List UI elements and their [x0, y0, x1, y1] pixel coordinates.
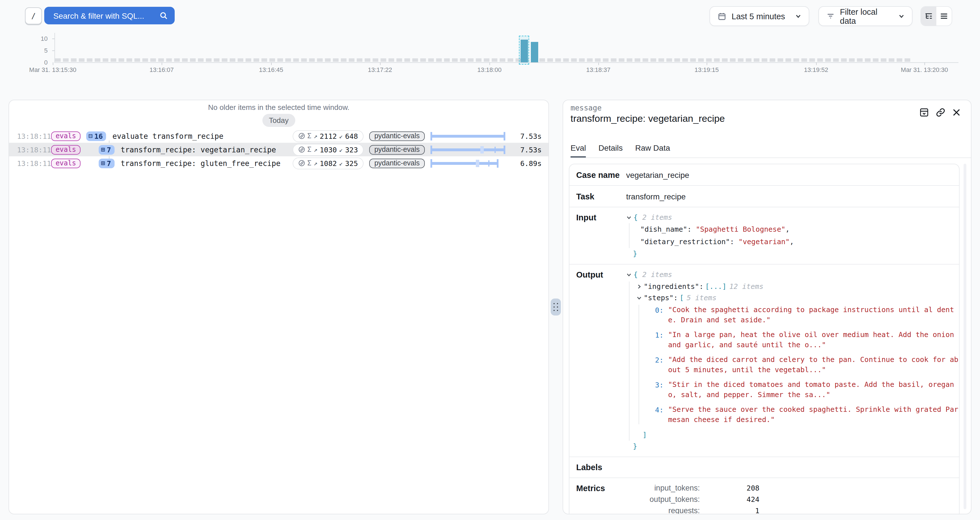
x-axis-tick: 13:18:00	[450, 66, 529, 73]
array-index: 4:	[651, 404, 663, 416]
input-json-viewer[interactable]: { 2 items "dish_name": "Spaghetti Bologn…	[626, 212, 794, 260]
output-tokens-arrow-icon: ↙	[339, 132, 343, 140]
source-tag: pydantic-evals	[369, 131, 425, 141]
step-item: 4: "Serve the sauce over the cooked spag…	[651, 404, 969, 424]
span-count-badge[interactable]: ⊟ 16	[86, 131, 107, 141]
trace-row[interactable]: 13:18:11 evals ⊞ 7 transform_recipe: veg…	[9, 143, 549, 156]
duration-bar	[430, 159, 505, 167]
span-title: transform_recipe: vegetarian_recipe	[121, 145, 276, 154]
row-timestamp: 13:18:11	[17, 159, 44, 167]
service-tag: evals	[51, 159, 81, 168]
step-item: 0: "Cook the spaghetti according to pack…	[651, 305, 969, 325]
expand-children-icon: ⊞	[101, 146, 105, 154]
case-name-label: Case name	[576, 170, 626, 179]
histogram-bar[interactable]	[520, 40, 528, 62]
keyboard-shortcut-key: /	[25, 7, 42, 24]
step-text: "Serve the sauce over the cooked spaghet…	[668, 404, 959, 424]
x-axis-tick: Mar 31. 13:15:30	[13, 66, 92, 73]
comma: ,	[786, 225, 790, 233]
tree-view-button[interactable]	[921, 7, 936, 25]
chevron-down-icon[interactable]	[636, 295, 642, 301]
case-name-row: Case name vegetarian_recipe	[570, 164, 959, 186]
duration-text: 6.89s	[511, 159, 542, 167]
span-count: 7	[107, 159, 111, 167]
json-string-value: "vegetarian"	[738, 237, 790, 246]
tab-details[interactable]: Details	[598, 143, 623, 157]
close-brace: }	[626, 248, 794, 260]
metric-name: requests:	[626, 506, 700, 514]
search-icon	[159, 11, 168, 20]
trace-list-panel: No older items in the selected time wind…	[8, 100, 549, 514]
trace-row[interactable]: 13:18:11 evals ⊟ 16 evaluate transform_r…	[9, 129, 549, 143]
trace-row[interactable]: 13:18:11 evals ⊞ 7 transform_recipe: glu…	[9, 156, 549, 170]
open-bracket: [	[679, 293, 684, 303]
chevron-down-icon	[898, 13, 905, 19]
x-axis-tick: 13:16:45	[231, 66, 311, 73]
copy-link-icon[interactable]	[936, 108, 945, 117]
json-key: "steps":	[644, 293, 678, 303]
output-token-count: 323	[345, 145, 358, 154]
span-detail-panel: message transform_recipe: vegetarian_rec…	[563, 100, 972, 514]
source-tag: pydantic-evals	[369, 159, 425, 168]
close-icon[interactable]	[952, 108, 961, 117]
empty-bins-pattern	[55, 58, 910, 62]
array-index: 1:	[651, 330, 663, 341]
tab-raw-data[interactable]: Raw Data	[635, 143, 670, 157]
chevron-down-icon[interactable]	[626, 215, 632, 220]
chart-plot-area[interactable]	[54, 33, 958, 62]
output-tokens-arrow-icon: ↙	[339, 159, 343, 167]
view-mode-toggle	[920, 6, 952, 26]
tab-eval[interactable]: Eval	[571, 143, 586, 157]
x-axis-tick: 13:16:07	[122, 66, 201, 73]
span-count: 7	[107, 145, 111, 154]
metrics-label: Metrics	[576, 478, 626, 514]
output-json-viewer[interactable]: { 2 items "ingredients": [...] 12 items	[626, 269, 969, 452]
items-note: 12 items	[729, 282, 764, 292]
scrollbar[interactable]	[964, 164, 966, 509]
row-timestamp: 13:18:11	[17, 145, 44, 154]
time-range-dropdown[interactable]: Last 5 minutes	[710, 6, 809, 26]
search-placeholder: Search & filter with SQL...	[53, 11, 159, 20]
span-title: evaluate transform_recipe	[113, 132, 223, 140]
token-usage-pill: Σ ↗ 2112 ↙ 648	[293, 130, 364, 142]
input-token-count: 1082	[320, 159, 337, 167]
output-token-count: 325	[345, 159, 358, 167]
open-brace: {	[633, 212, 638, 223]
expand-children-icon: ⊞	[101, 159, 105, 167]
tree-view-icon	[924, 12, 933, 21]
histogram-bar[interactable]	[531, 42, 538, 62]
trace-rows: 13:18:11 evals ⊟ 16 evaluate transform_r…	[9, 129, 549, 170]
span-kind-label: message	[571, 104, 602, 112]
duration-bar	[430, 132, 505, 140]
day-badge: Today	[262, 114, 295, 127]
chevron-down-icon[interactable]	[626, 272, 632, 277]
time-range-label: Last 5 minutes	[732, 12, 785, 21]
span-count-badge[interactable]: ⊞ 7	[99, 159, 115, 168]
array-index: 3:	[651, 379, 663, 391]
metric-name: output_tokens:	[626, 495, 700, 504]
array-index: 0:	[651, 305, 663, 316]
sigma-icon: Σ	[307, 132, 311, 140]
search-input[interactable]: Search & filter with SQL...	[44, 7, 175, 24]
source-tag: pydantic-evals	[369, 145, 425, 154]
labels-label: Labels	[576, 463, 626, 472]
save-view-icon[interactable]	[919, 108, 929, 117]
list-view-button[interactable]	[936, 7, 951, 25]
y-axis-tick: 0	[25, 59, 48, 66]
step-text: "Cook the spaghetti according to package…	[668, 305, 959, 325]
chevron-right-icon[interactable]	[636, 284, 642, 289]
panel-resize-handle[interactable]	[551, 298, 561, 315]
step-text: "Add the diced carrot and celery to the …	[668, 355, 959, 374]
span-count-badge[interactable]: ⊞ 7	[99, 145, 115, 154]
output-tokens-arrow-icon: ↙	[339, 146, 343, 153]
x-axis-tick: 13:19:52	[776, 66, 856, 73]
collapsed-array[interactable]: [...]	[705, 282, 727, 292]
output-label: Output	[576, 269, 626, 452]
step-item: 3: "Stir in the diced tomatoes and tomat…	[651, 379, 969, 400]
json-string-value: "Spaghetti Bolognese"	[696, 225, 786, 233]
token-coin-icon	[298, 146, 305, 153]
json-key: "dish_name":	[640, 225, 692, 233]
duration-text: 7.53s	[511, 132, 542, 140]
token-usage-pill: Σ ↗ 1030 ↙ 323	[293, 144, 364, 155]
filter-local-data-dropdown[interactable]: Filter local data	[818, 6, 913, 26]
